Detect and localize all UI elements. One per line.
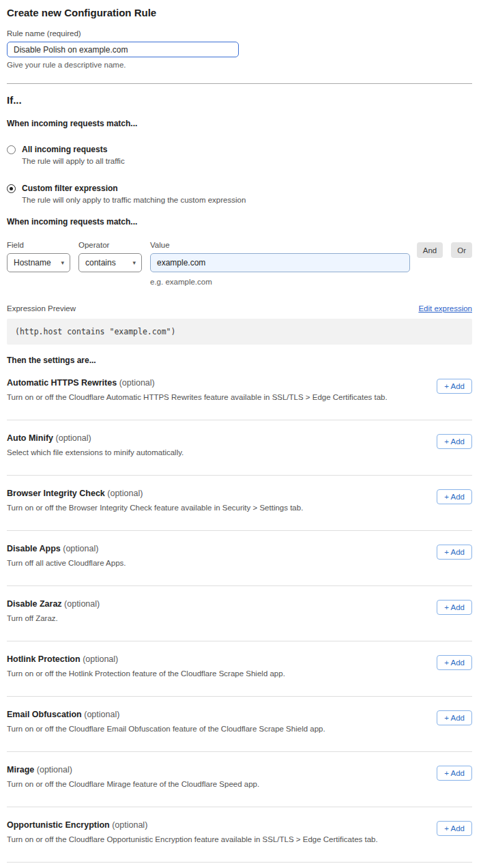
radio-selected-icon[interactable] <box>7 184 16 193</box>
setting-browser-integrity-check: Browser Integrity Check (optional) Turn … <box>7 489 472 531</box>
setting-description: Select which file extensions to minify a… <box>7 448 184 457</box>
setting-description: Turn on or off the Browser Integrity Che… <box>7 504 303 512</box>
value-label: Value <box>150 241 410 249</box>
radio-option-all-incoming[interactable]: All incoming requests The rule will appl… <box>7 145 472 165</box>
setting-opportunistic-encryption: Opportunistic Encryption (optional) Turn… <box>7 820 472 863</box>
expression-preview-code: (http.host contains "example.com") <box>7 319 472 345</box>
or-button[interactable]: Or <box>451 242 472 258</box>
top-divider <box>7 83 472 84</box>
add-button[interactable]: + Add <box>437 600 472 615</box>
add-button[interactable]: + Add <box>437 766 472 781</box>
setting-email-obfuscation: Email Obfuscation (optional) Turn on or … <box>7 710 472 752</box>
create-configuration-rule-page: Create new Configuration Rule Rule name … <box>0 0 481 868</box>
setting-automatic-https-rewrites: Automatic HTTPS Rewrites (optional) Turn… <box>7 378 472 420</box>
setting-disable-apps: Disable Apps (optional) Turn off all act… <box>7 544 472 586</box>
radio-desc-all-incoming: The rule will apply to all traffic <box>22 157 125 165</box>
setting-auto-minify: Auto Minify (optional) Select which file… <box>7 433 472 476</box>
setting-description: Turn on or off the Hotlink Protection fe… <box>7 669 285 678</box>
section-divider <box>7 751 472 752</box>
field-select[interactable]: Hostname ▾ <box>7 253 70 272</box>
radio-desc-custom-filter: The rule will only apply to traffic matc… <box>22 196 246 204</box>
section-divider <box>7 807 472 807</box>
setting-title: Email Obfuscation <box>7 710 82 719</box>
setting-optional-label: (optional) <box>119 378 155 388</box>
edit-expression-link[interactable]: Edit expression <box>418 304 472 313</box>
section-divider <box>7 530 472 531</box>
chevron-down-icon: ▾ <box>132 260 136 266</box>
setting-hotlink-protection: Hotlink Protection (optional) Turn on or… <box>7 654 472 697</box>
setting-optional-label: (optional) <box>37 765 72 775</box>
filter-builder-heading: When incoming requests match... <box>7 217 472 227</box>
add-button[interactable]: + Add <box>437 821 472 836</box>
page-title: Create new Configuration Rule <box>7 7 472 18</box>
add-button[interactable]: + Add <box>437 545 472 560</box>
add-button[interactable]: + Add <box>437 434 472 449</box>
setting-optional-label: (optional) <box>64 599 100 609</box>
setting-mirage: Mirage (optional) Turn on or off the Clo… <box>7 765 472 807</box>
setting-row: Disable Apps (optional) Turn off all act… <box>7 544 472 567</box>
setting-row: Automatic HTTPS Rewrites (optional) Turn… <box>7 378 472 401</box>
if-heading: If... <box>7 94 472 106</box>
then-settings-heading: Then the settings are... <box>7 356 472 365</box>
and-button[interactable]: And <box>417 242 443 258</box>
add-button[interactable]: + Add <box>437 710 472 725</box>
setting-row: Opportunistic Encryption (optional) Turn… <box>7 820 472 843</box>
setting-description: Turn on or off the Cloudflare Automatic … <box>7 393 388 401</box>
field-select-value: Hostname <box>14 258 55 267</box>
setting-title: Disable Zaraz <box>7 599 62 609</box>
setting-description: Turn off all active Cloudflare Apps. <box>7 559 126 567</box>
setting-description: Turn on or off the Cloudflare Opportunis… <box>7 835 378 843</box>
chevron-down-icon: ▾ <box>61 260 64 266</box>
setting-title: Disable Apps <box>7 544 61 553</box>
setting-description: Turn on or off the Cloudflare Mirage fea… <box>7 780 259 788</box>
section-divider <box>7 420 472 420</box>
radio-unselected-icon[interactable] <box>7 145 16 154</box>
rule-name-label: Rule name (required) <box>7 29 472 38</box>
add-button[interactable]: + Add <box>437 655 472 670</box>
operator-select[interactable]: contains ▾ <box>78 253 142 272</box>
setting-optional-label: (optional) <box>84 710 119 719</box>
setting-title: Automatic HTTPS Rewrites <box>7 378 117 388</box>
setting-description: Turn on or off the Cloudflare Email Obfu… <box>7 725 325 733</box>
setting-optional-label: (optional) <box>56 433 91 443</box>
setting-row: Auto Minify (optional) Select which file… <box>7 433 472 457</box>
filter-builder-row: Field Hostname ▾ Operator contains ▾ Val… <box>7 241 472 286</box>
setting-disable-zaraz: Disable Zaraz (optional) Turn off Zaraz.… <box>7 599 472 641</box>
setting-row: Mirage (optional) Turn on or off the Clo… <box>7 765 472 788</box>
rule-name-help: Give your rule a descriptive name. <box>7 61 472 69</box>
setting-row: Email Obfuscation (optional) Turn on or … <box>7 710 472 733</box>
rule-name-input[interactable] <box>7 42 239 57</box>
section-divider <box>7 475 472 476</box>
setting-title: Mirage <box>7 765 34 775</box>
setting-optional-label: (optional) <box>112 820 147 830</box>
expression-preview-label: Expression Preview <box>7 304 76 313</box>
add-button[interactable]: + Add <box>437 489 472 504</box>
operator-label: Operator <box>78 241 142 249</box>
section-divider <box>7 641 472 641</box>
value-example-help: e.g. example.com <box>150 278 410 286</box>
setting-title: Browser Integrity Check <box>7 489 105 498</box>
setting-title: Auto Minify <box>7 433 53 443</box>
field-label: Field <box>7 241 70 249</box>
setting-row: Browser Integrity Check (optional) Turn … <box>7 489 472 512</box>
setting-title: Hotlink Protection <box>7 654 81 664</box>
setting-optional-label: (optional) <box>107 489 143 498</box>
operator-select-value: contains <box>85 258 127 267</box>
section-divider <box>7 862 472 863</box>
rule-name-group: Rule name (required) Give your rule a de… <box>7 29 472 69</box>
incoming-requests-heading: When incoming requests match... <box>7 119 472 128</box>
setting-title: Opportunistic Encryption <box>7 820 110 830</box>
setting-optional-label: (optional) <box>63 544 98 553</box>
setting-row: Disable Zaraz (optional) Turn off Zaraz.… <box>7 599 472 622</box>
radio-label-custom-filter: Custom filter expression <box>22 184 246 193</box>
setting-optional-label: (optional) <box>83 654 118 664</box>
section-divider <box>7 585 472 586</box>
add-button[interactable]: + Add <box>437 379 472 394</box>
value-input[interactable] <box>150 253 410 272</box>
radio-label-all-incoming: All incoming requests <box>22 145 125 154</box>
section-divider <box>7 696 472 697</box>
radio-option-custom-filter[interactable]: Custom filter expression The rule will o… <box>7 184 472 204</box>
setting-description: Turn off Zaraz. <box>7 614 100 622</box>
setting-row: Hotlink Protection (optional) Turn on or… <box>7 654 472 678</box>
